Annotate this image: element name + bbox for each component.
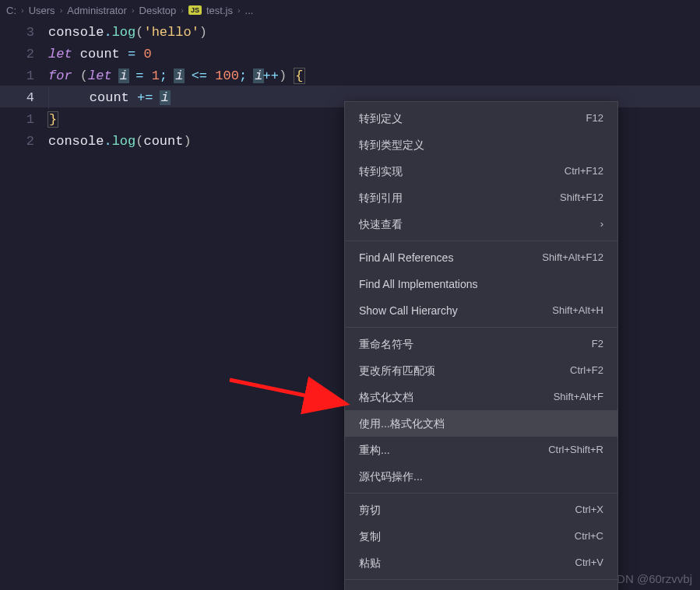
token-var-highlight: i (118, 68, 129, 83)
line-number: 1 (0, 109, 34, 131)
menu-format-document-with[interactable]: 使用...格式化文档 (345, 410, 617, 437)
menu-label: 使用...格式化文档 (359, 410, 445, 437)
token-var: count (90, 90, 129, 105)
menu-shortcut: Shift+F12 (560, 184, 603, 211)
token-paren: ( (135, 134, 143, 149)
breadcrumb-tail[interactable]: ... (245, 5, 254, 16)
token-keyword: let (88, 68, 112, 83)
menu-label: 转到实现 (359, 158, 403, 184)
code-line[interactable]: let count = 0 (48, 44, 700, 65)
menu-change-all-occurrences[interactable]: 更改所有匹配项Ctrl+F2 (345, 357, 617, 384)
token-op: = (135, 68, 143, 83)
menu-label: Find All Implementations (359, 271, 478, 297)
arrow-annotation-icon (226, 372, 358, 419)
menu-show-call-hierarchy[interactable]: Show Call HierarchyShift+Alt+H (345, 297, 617, 324)
token-op: ++ (262, 68, 278, 83)
menu-goto-type-definition[interactable]: 转到类型定义 (345, 132, 617, 158)
menu-shortcut: Ctrl+V (575, 550, 603, 576)
code-line[interactable]: for (let i = 1; i <= 100; i++) { (48, 65, 700, 87)
menu-divider (345, 327, 617, 328)
chevron-right-icon: › (600, 211, 603, 237)
menu-divider (345, 241, 617, 241)
chevron-right-icon: › (130, 5, 136, 15)
menu-label: 转到引用 (359, 184, 403, 211)
menu-label: 剪切 (359, 497, 381, 523)
context-menu[interactable]: 转到定义F12 转到类型定义 转到实现Ctrl+F12 转到引用Shift+F1… (344, 101, 618, 590)
menu-find-all-references[interactable]: Find All ReferencesShift+Alt+F12 (345, 244, 617, 271)
token-object: console (48, 25, 104, 40)
token-op: += (137, 90, 153, 105)
menu-label: 转到定义 (359, 105, 403, 132)
menu-refactor[interactable]: 重构...Ctrl+Shift+R (345, 437, 617, 463)
breadcrumb-part[interactable]: Administrator (67, 5, 127, 16)
menu-label: 源代码操作... (359, 463, 423, 490)
token-number: 1 (152, 68, 160, 83)
chevron-right-icon: › (236, 5, 242, 15)
token-keyword: for (48, 68, 72, 83)
js-file-icon: JS (188, 5, 202, 15)
menu-copy[interactable]: 复制Ctrl+C (345, 523, 617, 550)
menu-source-action[interactable]: 源代码操作... (345, 463, 617, 490)
menu-label: 转到类型定义 (359, 132, 424, 158)
token-brace: { (294, 68, 304, 84)
breadcrumb[interactable]: C:› Users› Administrator› Desktop› JS te… (0, 0, 700, 20)
token-number: 0 (143, 47, 151, 61)
menu-label: 命令面板... (359, 583, 412, 590)
menu-label: 快速查看 (359, 211, 403, 237)
menu-divider (345, 493, 617, 493)
menu-shortcut: Shift+Alt+F12 (542, 244, 603, 271)
menu-command-palette[interactable]: 命令面板...Ctrl+Shift+P (345, 583, 617, 590)
token-op: <= (192, 68, 207, 83)
token-paren: ) (279, 68, 287, 83)
token-brace: } (47, 111, 58, 128)
breadcrumb-part[interactable]: C: (6, 5, 16, 16)
menu-label: 更改所有匹配项 (359, 357, 435, 384)
line-number: 2 (0, 131, 34, 153)
chevron-right-icon: › (58, 5, 65, 15)
token-paren: ) (183, 134, 191, 149)
menu-cut[interactable]: 剪切Ctrl+X (345, 497, 617, 523)
menu-label: 重构... (359, 437, 390, 463)
chevron-right-icon: › (19, 5, 26, 15)
menu-format-document[interactable]: 格式化文档Shift+Alt+F (345, 384, 617, 410)
breadcrumb-part[interactable]: Users (29, 5, 55, 16)
menu-shortcut: F2 (592, 331, 603, 357)
token-op: = (128, 47, 135, 61)
token-dot: . (104, 25, 111, 40)
line-number: 2 (0, 44, 34, 65)
menu-rename-symbol[interactable]: 重命名符号F2 (345, 331, 617, 357)
menu-shortcut: Ctrl+Shift+R (548, 437, 603, 463)
menu-shortcut: F12 (586, 105, 603, 132)
menu-label: 格式化文档 (359, 384, 413, 410)
line-number: 3 (0, 22, 34, 44)
menu-divider (345, 579, 617, 580)
menu-shortcut: Ctrl+Shift+P (549, 583, 603, 590)
menu-paste[interactable]: 粘贴Ctrl+V (345, 550, 617, 576)
breadcrumb-file[interactable]: test.js (206, 5, 233, 16)
token-method: log (112, 134, 136, 149)
token-string: 'hello' (143, 25, 199, 40)
menu-shortcut: Ctrl+C (575, 523, 603, 550)
token-var-highlight: i (160, 90, 171, 105)
breadcrumb-part[interactable]: Desktop (139, 5, 177, 16)
token-semi: ; (239, 68, 247, 83)
token-var-highlight: i (174, 68, 185, 83)
token-paren: ( (80, 68, 88, 83)
menu-goto-definition[interactable]: 转到定义F12 (345, 105, 617, 132)
menu-find-all-implementations[interactable]: Find All Implementations (345, 271, 617, 297)
menu-shortcut: Shift+Alt+F (554, 384, 603, 410)
indent-guide (48, 87, 58, 109)
token-keyword: let (48, 47, 72, 61)
menu-peek[interactable]: 快速查看› (345, 211, 617, 237)
token-dot: . (104, 134, 111, 149)
line-number-active: 4 (0, 87, 34, 109)
token-semi: ; (160, 68, 167, 83)
token-paren: ( (135, 25, 143, 40)
token-var: count (143, 134, 183, 149)
code-line[interactable]: console.log('hello') (48, 22, 700, 44)
menu-goto-implementation[interactable]: 转到实现Ctrl+F12 (345, 158, 617, 184)
svg-line-1 (230, 380, 343, 403)
menu-shortcut: Shift+Alt+H (552, 297, 603, 324)
menu-goto-references[interactable]: 转到引用Shift+F12 (345, 184, 617, 211)
menu-label: Show Call Hierarchy (359, 297, 458, 324)
